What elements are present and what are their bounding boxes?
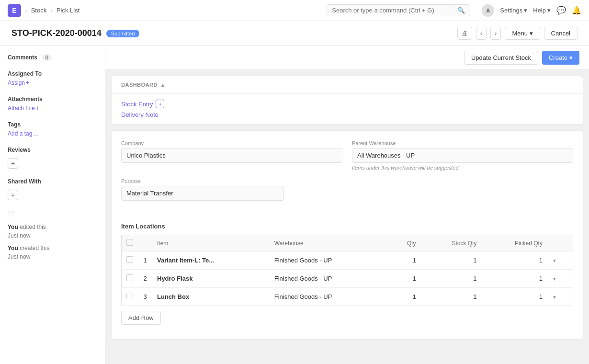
row-1-checkbox-cell <box>122 251 138 270</box>
add-tag-link[interactable]: Add a tag ... <box>8 130 39 137</box>
print-button[interactable]: 🖨 <box>457 27 472 40</box>
sidebar-comments: Comments 0 <box>8 54 97 61</box>
attachments-label: Attachments <box>8 96 97 102</box>
app-logo: E <box>8 4 21 17</box>
prev-button[interactable]: ‹ <box>476 27 487 40</box>
assigned-to-label: Assigned To <box>8 70 97 77</box>
header-actions <box>547 235 573 251</box>
settings-chevron-icon: ▾ <box>524 7 527 14</box>
sidebar-assigned-to: Assigned To Assign + <box>8 70 97 86</box>
page-header: STO-PICK-2020-00014 Submitted 🖨 ‹ › Menu… <box>0 21 589 46</box>
search-input[interactable] <box>332 7 454 14</box>
warehouse-field: Parent Warehouse All Warehouses - UP Ite… <box>352 140 573 171</box>
row-2-stock-qty: 1 <box>421 270 482 288</box>
table-row: 3 Lunch Box Finished Goods - UP 1 1 1 ▼ <box>122 288 573 306</box>
chat-icon[interactable]: 💬 <box>556 6 566 15</box>
table-row: 1 Variant Item-L: Te... Finished Goods -… <box>122 251 573 270</box>
row-3-checkbox-cell <box>122 288 138 306</box>
row-1-qty: 1 <box>388 251 421 270</box>
heart-icon[interactable]: ♡ <box>8 210 97 219</box>
dashboard-card: DASHBOARD ▲ Stock Entry + Delivery Note <box>111 76 583 125</box>
sidebar-tags: Tags Add a tag ... <box>8 121 97 137</box>
row-2-dropdown[interactable]: ▼ <box>547 270 573 288</box>
warehouse-label: Parent Warehouse <box>352 140 573 146</box>
row-3-item: Lunch Box <box>152 288 270 306</box>
attach-file-link[interactable]: Attach File + <box>8 105 39 112</box>
row-2-dropdown-icon: ▼ <box>552 276 557 282</box>
row-2-checkbox[interactable] <box>126 274 133 281</box>
activity-item-1: You edited this Just now <box>8 223 97 240</box>
settings-button[interactable]: Settings ▾ <box>500 7 527 14</box>
create-button[interactable]: Create ▾ <box>542 51 579 65</box>
company-input[interactable]: Unico Plastics <box>121 148 342 163</box>
item-table: Item Warehouse Qty Stock Qty Picked Qty … <box>121 235 573 306</box>
activity-1-action: edited this <box>20 224 46 230</box>
row-3-picked-qty: 1 <box>481 288 547 306</box>
dashboard-link-stock-entry: Stock Entry + <box>121 100 573 108</box>
add-shared-button[interactable]: + <box>8 190 18 200</box>
stock-entry-plus-icon[interactable]: + <box>156 100 164 108</box>
sidebar-attachments: Attachments Attach File + <box>8 96 97 112</box>
table-row: 2 Hydro Flask Finished Goods - UP 1 1 1 … <box>122 270 573 288</box>
warehouse-input[interactable]: All Warehouses - UP <box>352 148 573 163</box>
breadcrumb-stock[interactable]: Stock <box>31 7 47 14</box>
activity-1-user: You <box>8 224 18 230</box>
menu-chevron-icon: ▾ <box>530 30 533 37</box>
comments-count: 0 <box>42 54 52 61</box>
header-warehouse: Warehouse <box>270 235 388 251</box>
page-title-area: STO-PICK-2020-00014 Submitted <box>11 28 139 38</box>
form-row-1: Company Unico Plastics Parent Warehouse … <box>121 140 573 171</box>
comments-label: Comments <box>8 54 37 61</box>
header-item: Item <box>152 235 270 251</box>
row-3-dropdown-icon: ▼ <box>552 295 557 300</box>
add-row-button[interactable]: Add Row <box>121 311 161 325</box>
activity-item-2: You created this Just now <box>8 244 97 261</box>
row-2-checkbox-cell <box>122 270 138 288</box>
sidebar-activity: ♡ You edited this Just now You created t… <box>8 210 97 261</box>
header-checkbox[interactable] <box>126 239 133 246</box>
row-3-dropdown[interactable]: ▼ <box>547 288 573 306</box>
row-2-qty: 1 <box>388 270 421 288</box>
help-button[interactable]: Help ▾ <box>533 7 551 14</box>
row-2-picked-qty: 1 <box>481 270 547 288</box>
delivery-note-link[interactable]: Delivery Note <box>121 111 159 118</box>
search-icon: 🔍 <box>457 7 465 14</box>
notification-icon[interactable]: 🔔 <box>572 6 581 15</box>
assign-link[interactable]: Assign + <box>8 80 29 86</box>
header-num-col <box>138 235 152 251</box>
table-section-title: Item Locations <box>121 218 573 230</box>
nav-right: A Settings ▾ Help ▾ 💬 🔔 <box>482 4 581 17</box>
header-picked-qty: Picked Qty <box>481 235 547 251</box>
activity-2-action: created this <box>20 245 49 251</box>
dashboard-collapse-icon[interactable]: ▲ <box>160 82 165 88</box>
row-1-dropdown[interactable]: ▼ <box>547 251 573 270</box>
row-1-dropdown-icon: ▼ <box>552 258 557 263</box>
row-1-checkbox[interactable] <box>126 256 133 263</box>
row-3-num: 3 <box>138 288 152 306</box>
create-chevron-icon: ▾ <box>569 54 573 61</box>
breadcrumb-sep-1: › <box>25 7 27 14</box>
dashboard-header: DASHBOARD ▲ <box>112 76 583 94</box>
status-badge: Submitted <box>106 30 140 37</box>
stock-entry-link[interactable]: Stock Entry <box>121 101 153 108</box>
search-bar[interactable]: 🔍 <box>327 4 470 16</box>
activity-1-time: Just now <box>8 232 30 239</box>
row-2-item: Hydro Flask <box>152 270 270 288</box>
dashboard-title: DASHBOARD <box>121 82 158 88</box>
menu-button[interactable]: Menu ▾ <box>505 27 540 40</box>
activity-2-user: You <box>8 245 18 251</box>
add-review-button[interactable]: + <box>8 158 18 169</box>
row-2-warehouse: Finished Goods - UP <box>270 270 388 288</box>
table-section: Item Locations Item Warehouse Qty Stock … <box>112 218 583 339</box>
row-1-num: 1 <box>138 251 152 270</box>
assign-plus-icon: + <box>26 80 29 86</box>
shared-with-label: Shared With <box>8 178 97 185</box>
update-stock-button[interactable]: Update Current Stock <box>464 51 538 65</box>
next-button[interactable]: › <box>490 27 501 40</box>
row-3-checkbox[interactable] <box>126 293 133 299</box>
cancel-button[interactable]: Cancel <box>544 27 578 40</box>
breadcrumb-picklist[interactable]: Pick List <box>57 7 79 14</box>
purpose-input[interactable]: Material Transfer <box>121 186 284 201</box>
purpose-field: Purpose Material Transfer <box>121 178 284 201</box>
purpose-label: Purpose <box>121 178 284 184</box>
